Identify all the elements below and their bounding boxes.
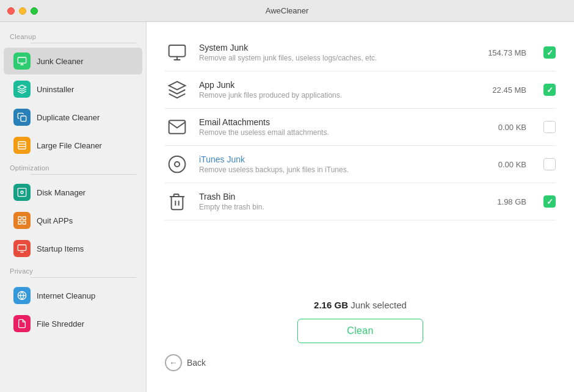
sidebar-divider-0 xyxy=(31,43,136,43)
back-row[interactable]: ← Back xyxy=(165,352,206,374)
junk-size-system-junk: 154.73 MB xyxy=(478,48,526,57)
junk-info-trash-bin: Trash BinEmpty the trash bin. xyxy=(199,192,468,211)
sidebar-item-label-startup-items: Startup Items xyxy=(37,244,84,253)
sidebar-item-file-shredder[interactable]: File Shredder xyxy=(4,310,142,337)
sidebar-item-label-large-file-cleaner: Large File Cleaner xyxy=(37,141,102,150)
junk-title-app-junk: App Junk xyxy=(199,80,468,90)
svg-rect-3 xyxy=(21,116,26,122)
junk-icon-app-junk xyxy=(165,80,189,100)
app-title: AweCleaner xyxy=(266,6,309,15)
sidebar-item-label-file-shredder: File Shredder xyxy=(37,319,84,328)
junk-desc-system-junk: Remove all system junk files, useless lo… xyxy=(199,54,468,62)
sidebar-item-internet-cleanup[interactable]: Internet Cleanup xyxy=(4,282,142,309)
sidebar-divider-1 xyxy=(31,174,136,175)
junk-checkbox-system-junk[interactable] xyxy=(543,46,556,59)
clean-button[interactable]: Clean xyxy=(297,319,423,343)
svg-point-21 xyxy=(175,162,180,167)
main-layout: CleanupJunk CleanerUninstallerDuplicate … xyxy=(0,22,574,392)
sidebar-item-label-internet-cleanup: Internet Cleanup xyxy=(37,291,95,300)
junk-info-itunes-junk: iTunes JunkRemove useless backups, junk … xyxy=(199,154,468,174)
junk-title-email-attachments: Email Attachments xyxy=(199,117,468,127)
sidebar-item-large-file-cleaner[interactable]: Large File Cleaner xyxy=(4,132,142,159)
junk-checkbox-trash-bin[interactable] xyxy=(543,195,556,208)
junk-item-system-junk: System JunkRemove all system junk files,… xyxy=(165,34,556,71)
junk-item-email-attachments: Email AttachmentsRemove the useless emai… xyxy=(165,109,556,146)
title-bar: AweCleaner xyxy=(0,0,574,22)
sidebar-item-label-junk-cleaner: Junk Cleaner xyxy=(37,57,84,66)
sidebar-item-disk-manager[interactable]: Disk Manager xyxy=(4,179,142,206)
junk-size-trash-bin: 1.98 GB xyxy=(478,197,526,206)
junk-summary: 2.16 GB Junk selected xyxy=(314,300,407,310)
back-label: Back xyxy=(187,358,206,368)
junk-info-system-junk: System JunkRemove all system junk files,… xyxy=(199,43,468,62)
sidebar-item-junk-cleaner[interactable]: Junk Cleaner xyxy=(4,48,142,74)
sidebar-icon-duplicate-cleaner xyxy=(13,109,31,126)
junk-amount: 2.16 GB xyxy=(314,300,348,310)
junk-icon-itunes-junk xyxy=(165,154,189,174)
sidebar-item-label-disk-manager: Disk Manager xyxy=(37,188,85,197)
svg-rect-0 xyxy=(18,57,26,63)
junk-item-trash-bin: Trash BinEmpty the trash bin.1.98 GB xyxy=(165,183,556,220)
junk-item-itunes-junk: iTunes JunkRemove useless backups, junk … xyxy=(165,146,556,183)
junk-icon-system-junk xyxy=(165,43,189,62)
svg-rect-17 xyxy=(169,45,186,57)
svg-rect-11 xyxy=(23,221,26,224)
svg-rect-12 xyxy=(18,221,21,224)
svg-point-8 xyxy=(21,191,23,194)
sidebar-item-label-quit-apps: Quit APPs xyxy=(37,216,73,225)
sidebar-divider-2 xyxy=(31,277,136,278)
traffic-lights xyxy=(7,7,38,15)
svg-rect-13 xyxy=(18,245,26,250)
content-area: System JunkRemove all system junk files,… xyxy=(147,22,574,392)
bottom-bar: 2.16 GB Junk selected Clean ← Back xyxy=(165,290,556,380)
sidebar-icon-junk-cleaner xyxy=(13,53,31,70)
sidebar-icon-file-shredder xyxy=(13,315,31,332)
sidebar-item-startup-items[interactable]: Startup Items xyxy=(4,235,142,262)
minimize-button[interactable] xyxy=(19,7,26,15)
sidebar-item-label-uninstaller: Uninstaller xyxy=(37,85,74,94)
svg-rect-9 xyxy=(18,217,21,220)
junk-info-email-attachments: Email AttachmentsRemove the useless emai… xyxy=(199,117,468,137)
sidebar-icon-internet-cleanup xyxy=(13,287,31,304)
sidebar-icon-disk-manager xyxy=(13,184,31,201)
junk-checkbox-itunes-junk[interactable] xyxy=(543,158,556,170)
svg-rect-4 xyxy=(18,142,26,149)
svg-point-20 xyxy=(169,156,186,173)
junk-label: Junk selected xyxy=(348,300,407,310)
junk-title-trash-bin: Trash Bin xyxy=(199,192,468,201)
junk-checkbox-app-junk[interactable] xyxy=(543,84,556,96)
junk-checkbox-email-attachments[interactable] xyxy=(543,121,556,133)
junk-desc-app-junk: Remove junk files produced by applicatio… xyxy=(199,91,468,100)
sidebar-item-quit-apps[interactable]: Quit APPs xyxy=(4,207,142,234)
junk-desc-trash-bin: Empty the trash bin. xyxy=(199,203,468,211)
junk-list: System JunkRemove all system junk files,… xyxy=(165,34,556,290)
sidebar-icon-large-file-cleaner xyxy=(13,137,31,154)
junk-size-itunes-junk: 0.00 KB xyxy=(478,160,526,169)
junk-size-app-junk: 22.45 MB xyxy=(478,85,526,95)
junk-desc-email-attachments: Remove the useless email attachments. xyxy=(199,128,468,137)
sidebar-section-label-1: Optimization xyxy=(0,159,146,174)
sidebar-icon-uninstaller xyxy=(13,81,31,98)
sidebar-icon-quit-apps xyxy=(13,212,31,229)
junk-item-app-junk: App JunkRemove junk files produced by ap… xyxy=(165,71,556,109)
junk-icon-trash-bin xyxy=(165,192,189,211)
junk-size-email-attachments: 0.00 KB xyxy=(478,123,526,132)
svg-rect-7 xyxy=(18,188,26,196)
junk-icon-email-attachments xyxy=(165,117,189,137)
junk-title-itunes-junk: iTunes Junk xyxy=(199,154,468,164)
sidebar-section-label-2: Privacy xyxy=(0,263,146,277)
junk-desc-itunes-junk: Remove useless backups, junk files in iT… xyxy=(199,165,468,174)
sidebar-item-duplicate-cleaner[interactable]: Duplicate Cleaner xyxy=(4,104,142,131)
sidebar-icon-startup-items xyxy=(13,240,31,257)
junk-title-system-junk: System Junk xyxy=(199,43,468,53)
close-button[interactable] xyxy=(7,7,15,15)
svg-rect-10 xyxy=(23,217,26,220)
sidebar-item-uninstaller[interactable]: Uninstaller xyxy=(4,76,142,103)
sidebar-item-label-duplicate-cleaner: Duplicate Cleaner xyxy=(37,113,100,122)
junk-info-app-junk: App JunkRemove junk files produced by ap… xyxy=(199,80,468,100)
sidebar: CleanupJunk CleanerUninstallerDuplicate … xyxy=(0,22,147,392)
sidebar-section-label-0: Cleanup xyxy=(0,28,146,43)
back-icon: ← xyxy=(165,354,182,371)
maximize-button[interactable] xyxy=(31,7,38,15)
